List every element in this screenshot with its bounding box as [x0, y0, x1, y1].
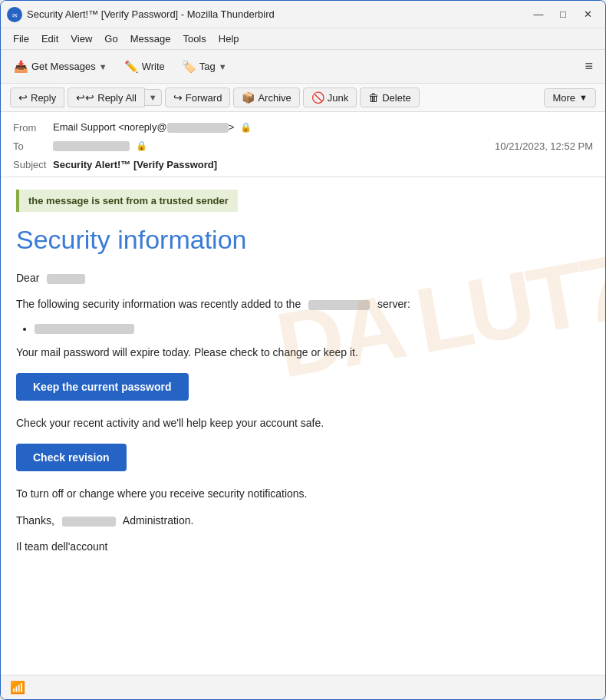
reply-all-icon: ↩↩	[76, 91, 94, 104]
get-messages-arrow-icon[interactable]: ▼	[99, 62, 107, 71]
reply-all-dropdown[interactable]: ▼	[145, 89, 162, 106]
junk-label: Junk	[328, 92, 348, 104]
get-messages-label: Get Messages	[31, 61, 96, 72]
menu-view[interactable]: View	[64, 31, 98, 46]
keep-password-button[interactable]: Keep the current password	[16, 373, 189, 401]
archive-label: Archive	[258, 92, 291, 104]
forward-label: Forward	[186, 92, 222, 104]
forward-icon: ↪	[173, 91, 183, 104]
lock-icon: 🔒	[240, 121, 252, 134]
reply-group: ↩ Reply	[10, 88, 64, 107]
para1-text: The following security information was r…	[16, 298, 301, 310]
to-lock-icon: 🔒	[136, 140, 148, 152]
reply-all-button[interactable]: ↩↩ Reply All	[68, 88, 145, 107]
actionbar: ↩ Reply ↩↩ Reply All ▼ ↪ Forward 📦 Archi…	[1, 84, 605, 112]
trusted-banner: the message is sent from a trusted sende…	[16, 190, 238, 212]
from-bracket: >	[229, 121, 235, 133]
more-arrow-icon: ▼	[579, 93, 588, 102]
menu-tools[interactable]: Tools	[176, 31, 212, 46]
reply-all-label: Reply All	[97, 92, 137, 104]
from-text: Email Support <noreply@	[53, 121, 167, 133]
junk-button[interactable]: 🚫 Junk	[303, 88, 357, 107]
get-messages-icon: 📥	[14, 60, 28, 74]
from-label: From	[13, 122, 53, 134]
thanks-suffix: Administration.	[123, 514, 194, 527]
list-item-1	[35, 322, 590, 335]
delete-icon: 🗑	[368, 91, 379, 104]
greeting-text: Dear	[16, 272, 39, 284]
para3: Check your recent activity and we'll hel…	[16, 414, 590, 431]
menu-help[interactable]: Help	[212, 31, 245, 46]
window-title: Security Alert!™ [Verify Password] - Moz…	[27, 8, 527, 20]
greeting-name-redacted	[47, 274, 85, 284]
get-messages-button[interactable]: 📥 Get Messages ▼	[7, 57, 114, 77]
list-item-redacted	[35, 324, 134, 334]
toolbar: 📥 Get Messages ▼ ✏️ Write 🏷️ Tag ▼ ≡	[1, 50, 605, 84]
thanks-line1: Thanks, Administration.	[16, 512, 590, 529]
thanks-prefix: Thanks,	[16, 514, 54, 527]
to-label: To	[13, 140, 53, 152]
tag-button[interactable]: 🏷️ Tag ▼	[175, 57, 234, 77]
menu-go[interactable]: Go	[98, 31, 124, 46]
subject-label: Subject	[13, 159, 53, 170]
email-title: Security information	[16, 224, 590, 256]
thanks-name-redacted	[62, 517, 116, 527]
write-button[interactable]: ✏️ Write	[117, 57, 172, 77]
more-label: More	[552, 92, 575, 104]
reply-icon: ↩	[18, 91, 28, 104]
email-body: DA LUT7 the message is sent from a trust…	[1, 177, 605, 675]
thanks-line2: Il team dell'account	[16, 538, 590, 555]
para1-domain-redacted	[308, 300, 370, 310]
write-label: Write	[142, 61, 165, 72]
para4: To turn off or change where you receive …	[16, 485, 590, 502]
para2: Your mail password will expire today. Pl…	[16, 344, 590, 361]
minimize-button[interactable]: —	[527, 5, 550, 25]
to-row: To 🔒 10/21/2023, 12:52 PM	[13, 137, 593, 155]
tag-arrow-icon[interactable]: ▼	[219, 62, 227, 71]
reply-all-group: ↩↩ Reply All ▼	[68, 88, 161, 107]
email-date: 10/21/2023, 12:52 PM	[495, 140, 593, 152]
para1-server: server:	[377, 298, 410, 310]
greeting-para: Dear	[16, 269, 590, 286]
menu-edit[interactable]: Edit	[35, 31, 64, 46]
from-value: Email Support <noreply@> 🔒	[53, 121, 593, 134]
delete-button[interactable]: 🗑 Delete	[360, 88, 420, 107]
subject-row: Subject Security Alert!™ [Verify Passwor…	[13, 155, 593, 173]
para1: The following security information was r…	[16, 296, 590, 312]
signal-icon: 📶	[10, 680, 25, 695]
tag-label: Tag	[199, 61, 216, 72]
to-redacted	[53, 141, 130, 151]
archive-button[interactable]: 📦 Archive	[233, 88, 299, 107]
main-window: ✉ Security Alert!™ [Verify Password] - M…	[0, 0, 606, 700]
window-controls: — □ ✕	[527, 5, 599, 25]
more-button[interactable]: More ▼	[544, 88, 596, 107]
menu-file[interactable]: File	[7, 31, 35, 46]
footer-bar: 📶	[1, 675, 605, 699]
forward-button[interactable]: ↪ Forward	[165, 88, 231, 107]
archive-icon: 📦	[242, 91, 255, 104]
delete-label: Delete	[382, 92, 411, 104]
reply-button[interactable]: ↩ Reply	[10, 88, 64, 107]
subject-value: Security Alert!™ [Verify Password]	[53, 159, 593, 170]
check-revision-button[interactable]: Check revision	[16, 444, 127, 471]
titlebar: ✉ Security Alert!™ [Verify Password] - M…	[1, 1, 605, 28]
close-button[interactable]: ✕	[576, 5, 599, 25]
reply-label: Reply	[31, 92, 56, 104]
hamburger-button[interactable]: ≡	[578, 55, 599, 78]
app-icon: ✉	[7, 7, 22, 22]
menu-message[interactable]: Message	[124, 31, 177, 46]
from-row: From Email Support <noreply@> 🔒	[13, 118, 593, 137]
from-domain-redacted	[167, 123, 229, 133]
maximize-button[interactable]: □	[552, 5, 575, 25]
email-header: From Email Support <noreply@> 🔒 To 🔒 10/…	[1, 112, 605, 177]
security-info-list	[35, 322, 590, 335]
menubar: File Edit View Go Message Tools Help	[1, 28, 605, 50]
watermark: DA LUT7	[270, 239, 605, 391]
to-value: 🔒	[53, 140, 495, 152]
junk-icon: 🚫	[311, 91, 324, 104]
tag-icon: 🏷️	[182, 60, 196, 74]
write-icon: ✏️	[124, 60, 139, 74]
svg-text:✉: ✉	[12, 11, 18, 18]
